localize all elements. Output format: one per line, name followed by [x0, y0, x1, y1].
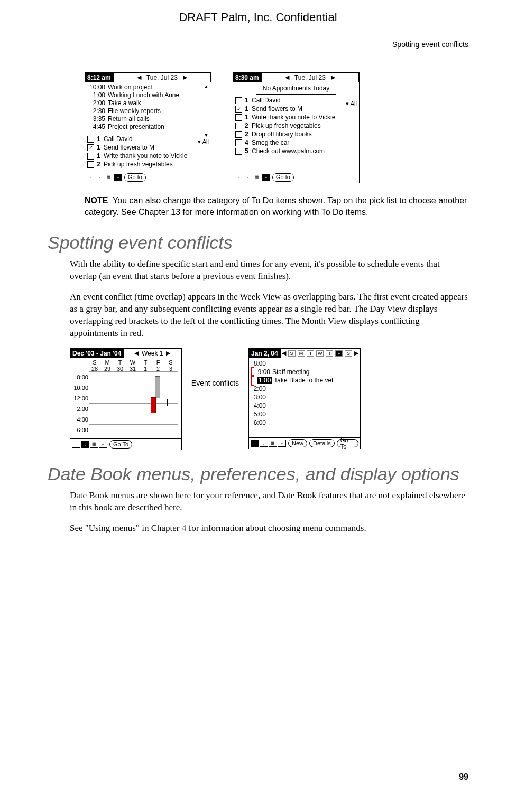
dow-button[interactable]: F [335, 350, 343, 357]
month-view-icon[interactable]: ▦ [269, 440, 277, 447]
agenda-view-icon[interactable]: ≡ [99, 441, 107, 448]
week-view-icon[interactable]: ⋮ [244, 174, 252, 181]
checkbox-checked-icon[interactable]: ✓ [87, 144, 94, 151]
conflict-bracket-icon [251, 375, 254, 386]
date-picker[interactable]: ◀ Tue, Jul 23 ▶ [261, 73, 359, 82]
dow-button[interactable]: W [316, 350, 324, 357]
view-switcher[interactable]: · ⋮ ▦ ≡ [251, 440, 286, 447]
conflict-screenshots-row: Dec '03 - Jan '04 ◀ Week 1 ▶ S M T W T F… [70, 348, 468, 450]
agenda-view-icon[interactable]: ≡ [262, 174, 270, 181]
event-text[interactable]: Take Blade to the vet [274, 377, 333, 384]
dow-button[interactable]: S [288, 350, 296, 357]
checkbox-icon[interactable] [235, 131, 242, 138]
appt-time: 3:35 [87, 115, 105, 123]
view-switcher[interactable]: · ⋮ ▦ ≡ [235, 174, 270, 181]
next-week-icon[interactable]: ▶ [166, 350, 170, 357]
checkbox-icon[interactable] [235, 139, 242, 146]
event-bar-red[interactable] [151, 397, 156, 413]
month-view-icon[interactable]: ▦ [253, 174, 261, 181]
goto-button[interactable]: Go to [272, 173, 294, 182]
todo-item[interactable]: 5Check out www.palm.com [235, 147, 357, 155]
date-label: 31 [126, 366, 139, 372]
todo-item[interactable]: 1Write thank you note to Vickie [87, 152, 209, 160]
agenda-view-icon[interactable]: ≡ [278, 440, 286, 447]
week-view-icon[interactable]: ⋮ [81, 441, 89, 448]
checkbox-icon[interactable] [235, 123, 242, 129]
event-text[interactable]: Staff meeting [272, 368, 310, 376]
next-icon[interactable]: ▶ [354, 350, 358, 357]
day-view-icon[interactable]: · [235, 174, 243, 181]
date-label: 3 [164, 366, 177, 372]
category-picker[interactable]: ▾ All [198, 138, 209, 146]
week-nav[interactable]: ◀ Week 1 ▶ [123, 349, 181, 358]
dow-button[interactable]: T [326, 350, 333, 357]
view-switcher[interactable]: · ⋮ ▦ ≡ [87, 174, 122, 181]
month-view-icon[interactable]: ▦ [90, 441, 98, 448]
day-view-icon[interactable]: · [251, 440, 259, 447]
next-day-icon[interactable]: ▶ [331, 74, 335, 81]
checkbox-checked-icon[interactable]: ✓ [235, 106, 242, 113]
day-view-icon[interactable]: · [72, 441, 80, 448]
event-bar-gray[interactable] [155, 376, 160, 398]
details-button[interactable]: Details [309, 439, 335, 447]
prev-day-icon[interactable]: ◀ [285, 74, 289, 81]
prev-icon[interactable]: ◀ [282, 350, 286, 357]
appt-text[interactable]: Work on project [108, 83, 152, 91]
todo-item[interactable]: 2Pick up fresh vegetables [87, 161, 209, 169]
note-block: NOTE You can also change the category of… [85, 195, 468, 218]
dow-strip[interactable]: ◀ S M T W T F S ▶ [280, 349, 360, 358]
week-view-icon[interactable]: ⋮ [96, 174, 104, 181]
using-menus-link[interactable]: "Using menus" [85, 523, 140, 533]
checkbox-icon[interactable] [87, 136, 94, 143]
chapter-link[interactable]: Chapter 13 [139, 208, 180, 217]
scroll-down-icon[interactable]: ▼ [204, 132, 209, 139]
appt-text[interactable]: Project presentation [108, 123, 164, 131]
todo-text: Send flowers to M [104, 144, 154, 152]
todo-item[interactable]: ✓1Send flowers to M [87, 144, 209, 152]
running-header: Spotting event conflicts [48, 40, 468, 52]
checkbox-icon[interactable] [235, 97, 242, 104]
todo-item[interactable]: 1Write thank you note to Vickie [235, 114, 357, 122]
next-day-icon[interactable]: ▶ [183, 74, 187, 81]
chapter-link[interactable]: Chapter 4 [151, 523, 187, 533]
checkbox-icon[interactable] [235, 114, 242, 121]
todo-text: Pick up fresh vegetables [252, 122, 321, 130]
category-picker[interactable]: ▾ All [346, 100, 357, 108]
goto-button[interactable]: Go To [109, 440, 132, 449]
date-label: 2 [152, 366, 164, 372]
date-picker[interactable]: ◀ Tue, Jul 23 ▶ [113, 73, 211, 82]
date-label: 28 [88, 366, 101, 372]
month-view-icon[interactable]: ▦ [105, 174, 113, 181]
appt-text[interactable]: Working Lunch with Anne [108, 91, 179, 99]
todo-item[interactable]: 2Drop off library books [235, 130, 357, 138]
time-label: 2:00 [251, 385, 266, 393]
week-view-icon[interactable]: ⋮ [260, 440, 268, 447]
time-label: 10:00 [72, 385, 89, 391]
dow-button[interactable]: T [307, 350, 314, 357]
day-view-icon[interactable]: · [87, 174, 95, 181]
checkbox-icon[interactable] [235, 148, 242, 155]
todo-item[interactable]: 1Call David [235, 97, 357, 105]
dow-button[interactable]: S [345, 350, 352, 357]
todo-item[interactable]: 2Pick up fresh vegetables [235, 122, 357, 130]
prev-week-icon[interactable]: ◀ [134, 350, 139, 357]
view-switcher[interactable]: · ⋮ ▦ ≡ [72, 441, 107, 448]
todo-item[interactable]: 4Smog the car [235, 139, 357, 147]
checkbox-icon[interactable] [87, 161, 94, 168]
todo-item[interactable]: ✓1Send flowers to M [235, 105, 357, 113]
appt-text[interactable]: Take a walk [108, 99, 141, 107]
appt-text[interactable]: Return all calls [108, 115, 150, 123]
prev-day-icon[interactable]: ◀ [137, 74, 141, 81]
checkbox-icon[interactable] [87, 153, 94, 160]
agenda-screen-with-appts: 8:12 am ◀ Tue, Jul 23 ▶ ▲ 10:00Work on p… [85, 72, 211, 183]
dow-button[interactable]: M [298, 350, 305, 357]
scroll-up-icon[interactable]: ▲ [204, 83, 209, 90]
goto-button[interactable]: Go to [124, 173, 146, 182]
todo-text: Write thank you note to Vickie [252, 114, 335, 122]
goto-button[interactable]: Go To [337, 439, 358, 447]
agenda-view-icon[interactable]: ≡ [114, 174, 122, 181]
priority: 2 [245, 130, 249, 138]
appt-text[interactable]: File weekly reports [108, 107, 161, 115]
new-button[interactable]: New [288, 439, 307, 447]
todo-item[interactable]: 1Call David [87, 135, 209, 143]
